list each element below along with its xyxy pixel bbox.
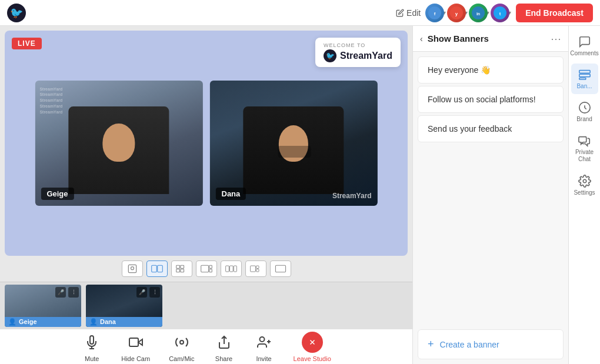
pt-name-dana: 👤 Dana [86,317,162,327]
right-sidebar: Comments Ban... Brand Private Chat Setti… [568,26,600,364]
svg-rect-37 [579,74,589,77]
sidebar-item-brand[interactable]: Brand [571,96,598,127]
banners-header: ‹ Show Banners ⋯ [413,26,568,52]
banners-sidebar-label: Ban... [576,83,592,89]
svg-point-40 [583,179,586,183]
brand-icon [578,101,591,114]
participant-thumb-dana[interactable]: 🎤 ⋮ 👤 Dana [86,285,162,327]
banner-icon [578,68,591,81]
avatar-3[interactable]: in [469,4,488,22]
edit-button[interactable]: Edit [396,8,421,18]
svg-rect-22 [250,266,255,272]
layout-wide[interactable] [245,261,266,277]
cam-mic-button[interactable]: Cam/Mic [169,332,194,362]
svg-text:f: f [434,11,436,16]
svg-text:in: in [476,11,480,15]
avatar-1[interactable]: f [425,4,444,22]
svg-text:y: y [455,11,458,16]
watermark-name: StreamYard [340,51,392,61]
share-button[interactable]: Share [214,332,235,362]
sidebar-item-comments[interactable]: Comments [571,31,598,61]
sidebar-item-private-chat[interactable]: Private Chat [571,129,598,168]
watermark-small-text: WELCOME TO [324,42,365,48]
app-logo: 🐦 [7,4,26,22]
watermark-logo: 🐦 [324,49,336,62]
camera-icon [125,332,146,353]
svg-rect-21 [234,266,236,272]
pt-more-geige[interactable]: ⋮ [68,287,79,298]
svg-rect-10 [151,265,156,272]
hide-cam-button[interactable]: Hide Cam [121,332,150,362]
leave-icon [302,332,323,353]
name-tag-dana: Dana [216,188,246,200]
preview-area: LIVE WELCOME TO 🐦 StreamYard StreamYardS… [5,31,408,256]
svg-rect-12 [176,265,179,268]
banners-title: Show Banners [428,34,546,44]
banners-back-button[interactable]: ‹ [420,34,423,44]
leave-button[interactable]: Leave Studio [294,332,331,362]
svg-rect-25 [275,265,285,272]
pt-name-geige: 👤 Geige [5,317,81,327]
svg-rect-19 [225,266,229,272]
svg-rect-17 [209,265,212,268]
bg-logo-geige: StreamYardStreamYardStreamYardStreamYard… [39,86,62,115]
banners-panel: ‹ Show Banners ⋯ Hey everyone 👋 Follow u… [412,26,568,364]
banner-item-0[interactable]: Hey everyone 👋 [418,56,564,84]
layout-controls [0,256,412,282]
preview-videos: StreamYardStreamYardStreamYardStreamYard… [35,81,377,206]
avatar-group: f ▾ y ▾ in ▾ t ▾ [425,4,511,22]
svg-rect-16 [201,265,208,272]
pt-controls-dana: 🎤 ⋮ [136,287,160,298]
settings-icon [578,175,591,188]
svg-rect-23 [256,266,258,268]
watermark-brand: 🐦 StreamYard [324,49,392,62]
invite-button[interactable]: Invite [254,332,275,362]
svg-text:t: t [499,11,501,16]
sy-overlay-dana: StreamYard [332,192,372,200]
cam-mic-icon [171,332,192,353]
svg-rect-24 [256,269,258,272]
private-chat-icon [578,134,591,147]
layout-speaker[interactable] [196,261,217,277]
hide-cam-label: Hide Cam [121,355,150,362]
pt-mute-dana[interactable]: 🎤 [136,287,147,298]
layout-single[interactable] [122,261,143,277]
sidebar-item-settings[interactable]: Settings [571,170,598,201]
banner-item-1[interactable]: Follow us on social platforms! [418,86,564,113]
svg-rect-15 [180,269,184,272]
main-area: LIVE WELCOME TO 🐦 StreamYard StreamYardS… [0,26,600,364]
layout-grid[interactable] [171,261,192,277]
sidebar-item-banners[interactable]: Ban... [571,64,598,94]
pt-more-dana[interactable]: ⋮ [149,287,160,298]
layout-fullscreen[interactable] [270,261,291,277]
invite-label: Invite [256,355,271,362]
svg-point-29 [180,340,184,344]
live-badge: LIVE [12,38,42,49]
mute-label: Mute [85,355,99,362]
streamyard-watermark: WELCOME TO 🐦 StreamYard [315,38,401,67]
end-broadcast-button[interactable]: End Broadcast [516,4,593,22]
video-dana[interactable]: Dana StreamYard [210,81,378,206]
layout-two[interactable] [146,261,168,277]
invite-icon [254,332,275,353]
layout-three[interactable] [221,261,242,277]
svg-rect-13 [180,265,184,268]
create-banner-plus-icon: + [428,338,434,350]
avatar-2[interactable]: y [447,4,466,22]
banners-more-button[interactable]: ⋯ [551,32,561,45]
create-banner-button[interactable]: + Create a banner [418,329,564,359]
mute-button[interactable]: Mute [81,332,102,362]
avatar-4[interactable]: t [491,4,509,22]
svg-rect-36 [579,71,589,74]
participant-thumb-geige[interactable]: 🎤 ⋮ 👤 Geige [5,285,81,327]
svg-rect-20 [229,266,233,272]
name-tag-geige: Geige [41,188,74,200]
svg-point-31 [259,337,264,342]
pt-controls-geige: 🎤 ⋮ [55,287,79,298]
create-banner-label: Create a banner [440,340,499,349]
pt-mute-geige[interactable]: 🎤 [55,287,66,298]
video-geige[interactable]: StreamYardStreamYardStreamYardStreamYard… [35,81,202,206]
svg-point-9 [131,267,134,270]
banner-item-2[interactable]: Send us your feedback [418,115,564,142]
edit-label: Edit [406,8,421,18]
